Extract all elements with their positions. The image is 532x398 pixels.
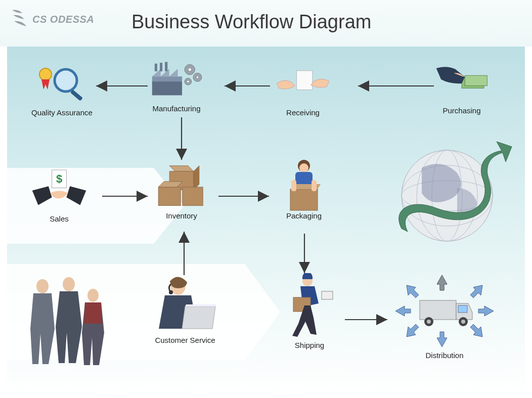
svg-point-12 [188, 68, 192, 71]
node-label: Distribution [391, 351, 498, 360]
magnifier-ribbon-icon [34, 61, 90, 106]
svg-rect-63 [458, 305, 467, 313]
diagram-canvas: Quality Assurance Manufacturing [7, 47, 525, 395]
node-manufacturing: Manufacturing [149, 57, 204, 113]
svg-rect-2 [70, 90, 83, 101]
svg-marker-53 [437, 332, 447, 347]
svg-rect-51 [322, 291, 333, 299]
svg-point-67 [461, 320, 465, 324]
svg-point-16 [187, 80, 189, 82]
brand-logo: CS ODESSA [9, 8, 94, 30]
svg-marker-7 [169, 68, 178, 76]
node-purchasing: Purchasing [434, 59, 490, 115]
svg-marker-59 [470, 324, 482, 337]
svg-rect-19 [465, 75, 487, 85]
truck-radial-arrows-icon [391, 273, 498, 349]
svg-point-44 [87, 289, 99, 302]
node-receiving: Receiving [275, 61, 331, 117]
node-label: Quality Assurance [31, 108, 93, 117]
svg-rect-35 [291, 180, 296, 191]
node-customer-service: Customer Service [150, 273, 220, 344]
svg-point-1 [55, 69, 77, 92]
svg-point-46 [169, 290, 173, 294]
hand-money-icon [434, 59, 490, 104]
svg-marker-55 [478, 306, 494, 316]
brand-text: CS ODESSA [32, 14, 94, 25]
svg-rect-29 [183, 187, 203, 206]
handshake-dollar-icon: $ [31, 167, 87, 212]
node-distribution: Distribution [391, 273, 498, 360]
courier-icon [279, 273, 340, 339]
node-label: Sales [31, 214, 87, 223]
svg-point-65 [427, 320, 431, 324]
people-illustration [18, 273, 114, 371]
svg-rect-27 [158, 187, 181, 206]
svg-marker-57 [470, 285, 482, 298]
svg-point-14 [196, 76, 199, 78]
svg-rect-9 [160, 63, 162, 71]
svg-point-42 [36, 279, 49, 293]
globe-illustration [381, 132, 513, 256]
svg-rect-36 [312, 180, 317, 191]
boxes-icon [154, 164, 209, 209]
business-people-icon [18, 273, 114, 369]
node-label: Manufacturing [149, 104, 204, 113]
factory-gears-icon [149, 57, 204, 102]
globe-spiral-arrow-icon [381, 132, 513, 254]
svg-marker-47 [182, 306, 215, 329]
node-label: Purchasing [434, 106, 490, 115]
node-label: Receiving [275, 108, 331, 117]
svg-marker-54 [395, 306, 411, 316]
node-label: Shipping [279, 341, 340, 349]
svg-marker-23 [66, 186, 86, 205]
worker-box-icon [276, 164, 332, 209]
svg-marker-56 [407, 285, 419, 298]
svg-marker-58 [407, 324, 419, 337]
svg-marker-24 [169, 166, 194, 171]
svg-rect-17 [296, 71, 312, 90]
node-shipping: Shipping [279, 273, 340, 349]
svg-rect-8 [155, 63, 157, 71]
svg-point-43 [63, 277, 75, 291]
node-qa: Quality Assurance [31, 61, 93, 117]
svg-rect-3 [152, 80, 182, 95]
node-inventory: Inventory [154, 164, 209, 220]
svg-point-31 [299, 163, 308, 172]
svg-marker-22 [32, 186, 52, 205]
node-label: Customer Service [150, 336, 220, 344]
svg-marker-48 [185, 304, 216, 306]
page-title: Business Workflow Diagram [131, 11, 371, 33]
hands-document-icon [275, 61, 331, 106]
node-packaging: Packaging [276, 164, 332, 220]
svg-rect-61 [420, 300, 456, 320]
svg-rect-33 [290, 189, 318, 210]
support-agent-icon [150, 273, 220, 334]
svg-point-0 [39, 68, 52, 80]
svg-marker-60 [437, 275, 447, 290]
svg-marker-26 [194, 166, 199, 190]
node-sales: $ Sales [31, 167, 87, 223]
svg-rect-4 [152, 76, 182, 81]
svg-rect-10 [165, 62, 167, 71]
svg-text:$: $ [56, 172, 62, 185]
